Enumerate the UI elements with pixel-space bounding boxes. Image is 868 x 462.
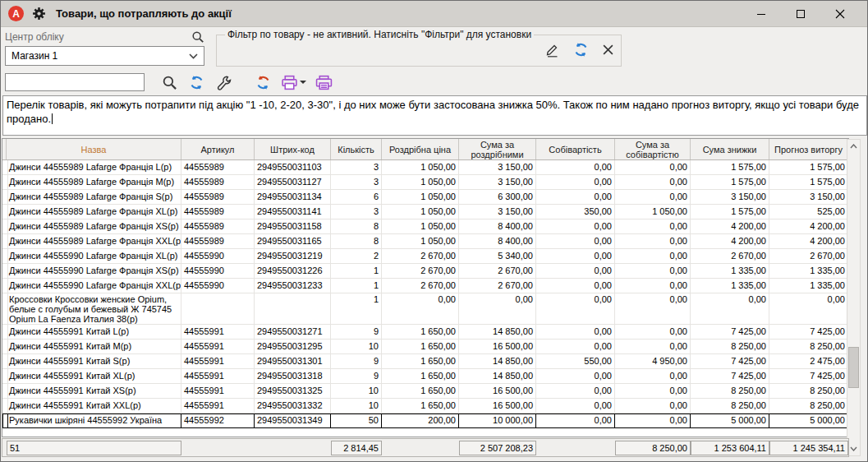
column-header-cost[interactable]: Собівартість bbox=[536, 139, 615, 159]
cell-retail-price: 1 650,00 bbox=[382, 325, 459, 340]
cell-barcode: 2949550031127 bbox=[255, 175, 331, 190]
search-icon[interactable] bbox=[191, 30, 204, 44]
cell-cost: 0,00 bbox=[536, 340, 615, 354]
cell-cost: 350,00 bbox=[536, 205, 615, 219]
cell-article: 44555990 bbox=[181, 249, 255, 264]
scrollbar-thumb[interactable] bbox=[848, 347, 859, 388]
cell-retail-sum: 5 340,00 bbox=[459, 249, 536, 264]
print-button[interactable] bbox=[314, 72, 333, 92]
cell-retail-price: 1 050,00 bbox=[382, 160, 459, 175]
scroll-up-icon[interactable] bbox=[847, 140, 860, 153]
cell-name: Джинси 44555989 Lafarge Франція XL(р) bbox=[7, 205, 181, 219]
table-row[interactable]: Джинси 44555989 Lafarge Франція XXL(р)44… bbox=[2, 234, 848, 249]
column-header-name[interactable]: Назва bbox=[7, 139, 181, 159]
cell-barcode: 2949550031349 bbox=[255, 413, 331, 428]
cell-forecast: 8 250,00 bbox=[769, 399, 848, 413]
column-header-article[interactable]: Артикул bbox=[181, 139, 255, 159]
scroll-down-icon[interactable] bbox=[847, 442, 860, 455]
cell-retail-price: 1 050,00 bbox=[382, 205, 459, 219]
cell-discount-sum: 0,00 bbox=[691, 293, 769, 325]
column-header-discount-sum[interactable]: Сума знижки bbox=[691, 139, 769, 159]
table-row[interactable]: Джинси 44555991 Китай L(р)44555991294955… bbox=[2, 325, 848, 340]
cell-barcode: 2949550031295 bbox=[255, 340, 331, 354]
edit-filter-icon[interactable] bbox=[544, 42, 560, 58]
table-row[interactable]: Кроссовки Кроссовки женские Opium, белые… bbox=[2, 293, 848, 325]
table-row[interactable]: Рукавички шкіряні 44555992 Україна445559… bbox=[2, 413, 848, 428]
table-row[interactable]: Джинси 44555989 Lafarge Франція L(р)4455… bbox=[2, 160, 848, 175]
cell-discount-sum: 4 200,00 bbox=[691, 234, 769, 249]
table-row[interactable]: Джинси 44555991 Китай XXL(р)445559912949… bbox=[2, 399, 848, 413]
cell-retail-sum: 2 670,00 bbox=[459, 279, 536, 293]
table-row[interactable]: Джинси 44555991 Китай M(р)44555991294955… bbox=[2, 340, 848, 354]
cell-article: 44555990 bbox=[181, 279, 255, 293]
column-header-retail-sum[interactable]: Сума за роздрібними bbox=[459, 139, 536, 159]
clear-filter-icon[interactable] bbox=[602, 44, 614, 56]
cell-cost: 0,00 bbox=[536, 264, 615, 279]
cell-barcode: 2949550031226 bbox=[255, 264, 331, 279]
total-row-count: 51 bbox=[7, 441, 181, 455]
cell-qty: 9 bbox=[331, 369, 382, 384]
cell-barcode: 2949550031165 bbox=[255, 234, 331, 249]
cell-discount-sum: 7 425,00 bbox=[691, 354, 769, 369]
vertical-scrollbar[interactable] bbox=[847, 139, 861, 456]
maximize-button[interactable] bbox=[781, 1, 820, 26]
table-row[interactable]: Джинси 44555989 Lafarge Франція M(р)4455… bbox=[2, 175, 848, 190]
cell-article: 44555991 bbox=[181, 369, 255, 384]
cell-qty: 9 bbox=[331, 354, 382, 369]
cell-cost: 0,00 bbox=[536, 399, 615, 413]
table-row[interactable]: Джинси 44555991 Китай XL(р)4455599129495… bbox=[2, 369, 848, 384]
settings-icon[interactable] bbox=[32, 7, 46, 21]
cell-article: 44555989 bbox=[181, 234, 255, 249]
refresh-filter-icon[interactable] bbox=[573, 42, 589, 58]
description-memo[interactable]: Перелік товарів, які можуть потрапити пі… bbox=[2, 95, 867, 136]
cell-cost: 0,00 bbox=[536, 190, 615, 205]
table-row[interactable]: Джинси 44555990 Lafarge Франція XS(р)445… bbox=[2, 264, 848, 279]
table-row[interactable]: Джинси 44555991 Китай XS(р)4455599129495… bbox=[2, 384, 848, 399]
print-menu-button[interactable] bbox=[280, 72, 306, 92]
column-header-barcode[interactable]: Штрих-код bbox=[255, 139, 331, 159]
search-button[interactable] bbox=[159, 72, 179, 92]
refresh-button[interactable] bbox=[186, 72, 206, 92]
print-menu-caret-icon bbox=[300, 81, 306, 84]
column-header-qty[interactable]: Кількість bbox=[331, 139, 382, 159]
cell-retail-sum: 16 500,00 bbox=[459, 384, 536, 399]
cell-retail-price: 1 050,00 bbox=[382, 175, 459, 190]
table-row[interactable]: Джинси 44555990 Lafarge Франція XL(р)445… bbox=[2, 249, 848, 264]
table-row[interactable]: Джинси 44555991 Китай S(р)44555991294955… bbox=[2, 354, 848, 369]
service-wrench-icon[interactable] bbox=[214, 72, 233, 92]
cell-discount-sum: 4 200,00 bbox=[691, 219, 769, 234]
cell-forecast: 4 200,00 bbox=[769, 219, 848, 234]
column-header-retail-price[interactable]: Роздрібна ціна bbox=[382, 139, 459, 159]
cell-name: Джинси 44555991 Китай XL(р) bbox=[7, 369, 181, 384]
cell-cost: 0,00 bbox=[536, 293, 615, 325]
cell-article: 44555989 bbox=[181, 219, 255, 234]
accounting-center-label: Центр обліку bbox=[5, 31, 64, 43]
table-row[interactable]: Джинси 44555989 Lafarge Франція XS(р)445… bbox=[2, 219, 848, 234]
total-discount-total: 1 253 604,11 bbox=[691, 441, 769, 455]
cell-name: Джинси 44555991 Китай L(р) bbox=[7, 325, 181, 340]
minimize-button[interactable] bbox=[742, 1, 781, 26]
column-header-cost-sum[interactable]: Сума за собівартістю bbox=[615, 139, 691, 159]
cell-retail-sum: 10 000,00 bbox=[459, 413, 536, 428]
close-button[interactable] bbox=[820, 1, 860, 26]
cell-name: Джинси 44555989 Lafarge Франція L(р) bbox=[7, 160, 181, 175]
cell-barcode: 2949550031233 bbox=[255, 279, 331, 293]
table-row[interactable]: Джинси 44555989 Lafarge Франція S(р)4455… bbox=[2, 190, 848, 205]
cell-barcode: 2949550031141 bbox=[255, 205, 331, 219]
cell-discount-sum: 5 000,00 bbox=[691, 413, 769, 428]
cell-qty: 50 bbox=[331, 413, 382, 428]
cell-forecast: 1 335,00 bbox=[769, 264, 848, 279]
table-row[interactable]: Джинси 44555989 Lafarge Франція XL(р)445… bbox=[2, 205, 848, 219]
cell-cost: 0,00 bbox=[536, 384, 615, 399]
column-header-forecast[interactable]: Прогноз виторгу bbox=[769, 139, 848, 159]
cell-retail-sum: 14 850,00 bbox=[459, 325, 536, 340]
cell-cost-sum: 0,00 bbox=[615, 413, 691, 428]
search-input[interactable] bbox=[5, 73, 145, 91]
refresh-data-icon[interactable] bbox=[253, 72, 273, 92]
filter-groupbox: Фільтр по товару - не активний. Натисніт… bbox=[216, 29, 622, 67]
cell-forecast: 7 425,00 bbox=[769, 325, 848, 340]
cell-forecast: 2 670,00 bbox=[769, 249, 848, 264]
table-row[interactable]: Джинси 44555990 Lafarge Франція XXL(р)44… bbox=[2, 279, 848, 293]
cell-name: Джинси 44555989 Lafarge Франція XXL(р) bbox=[7, 234, 181, 249]
store-select[interactable]: Магазин 1 bbox=[5, 46, 204, 66]
